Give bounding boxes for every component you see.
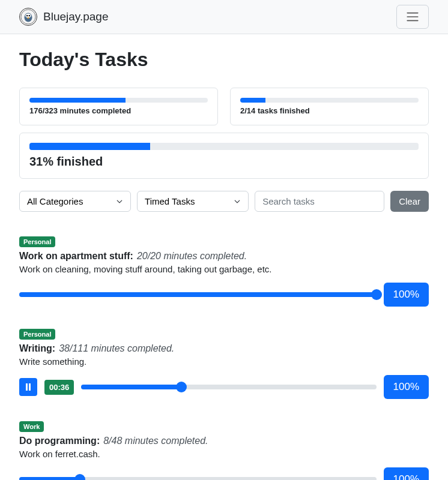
percent-button[interactable]: 100% [384,467,429,480]
task-slider[interactable] [19,292,377,297]
minutes-progress [29,98,208,103]
slider-fill [19,477,80,480]
task-item: PersonalWork on apartment stuff:20/20 mi… [19,236,429,307]
type-select[interactable]: Timed Tasks [137,191,249,212]
slider-track [81,385,376,389]
brand-text: Bluejay.page [43,10,108,23]
svg-point-3 [26,15,28,16]
task-description: Work on ferret.cash. [19,449,429,459]
pause-icon [25,383,31,391]
task-time-text: 38/111 minutes completed. [59,343,174,353]
tasks-stat-card: 2/14 tasks finished [230,88,429,125]
navbar: Bluejay.page [0,0,448,34]
task-title: Writing: [19,343,55,353]
slider-fill [19,292,377,297]
svg-point-4 [29,15,30,16]
minutes-progress-bar [29,98,126,103]
timer-badge: 00:36 [44,380,74,395]
task-title-row: Work on apartment stuff:20/20 minutes co… [19,251,429,262]
task-item: WorkDo programming:8/48 minutes complete… [19,421,429,480]
overall-stat-label: 31% finished [29,155,419,169]
svg-rect-6 [29,383,31,391]
task-time-text: 20/20 minutes completed. [137,251,247,261]
clear-button[interactable]: Clear [390,191,429,212]
task-category-badge: Work [19,421,44,432]
task-category-badge: Personal [19,329,55,340]
task-time-text: 8/48 minutes completed. [103,436,208,446]
percent-button[interactable]: 100% [384,375,429,399]
slider-track [19,292,377,297]
slider-thumb[interactable] [176,382,187,392]
hamburger-icon [405,10,420,24]
minutes-stat-label: 176/323 minutes completed [29,106,208,115]
percent-button[interactable]: 100% [384,283,429,307]
category-select[interactable]: All Categories [19,191,131,212]
overall-progress-bar [29,143,150,150]
svg-rect-5 [26,383,28,391]
task-slider[interactable] [81,385,376,389]
task-slider-row: 00:36100% [19,375,429,399]
task-description: Work on cleaning, moving stuff around, t… [19,264,429,274]
task-item: PersonalWriting:38/111 minutes completed… [19,328,429,399]
task-slider-row: 100% [19,467,429,480]
slider-thumb[interactable] [74,474,85,480]
task-title-row: Do programming:8/48 minutes completed. [19,436,429,446]
slider-track [19,477,377,480]
overall-stat-card: 31% finished [19,133,429,179]
slider-fill [81,385,181,389]
tasks-stat-label: 2/14 tasks finished [240,106,419,115]
task-category-badge: Personal [19,236,55,247]
task-title: Work on apartment stuff: [19,251,133,261]
slider-thumb[interactable] [371,289,382,300]
minutes-stat-card: 176/323 minutes completed [19,88,218,125]
overall-progress [29,143,419,150]
task-title: Do programming: [19,436,100,446]
page-title: Today's Tasks [19,49,429,71]
brand-logo-icon [19,8,37,26]
tasks-progress-bar [240,98,265,103]
search-input[interactable] [255,191,384,212]
task-description: Write something. [19,356,429,367]
menu-toggle-button[interactable] [396,5,429,29]
brand-link[interactable]: Bluejay.page [19,8,108,26]
pause-button[interactable] [19,378,37,396]
tasks-progress [240,98,419,103]
task-slider[interactable] [19,477,377,480]
task-title-row: Writing:38/111 minutes completed. [19,343,429,354]
task-slider-row: 100% [19,283,429,307]
